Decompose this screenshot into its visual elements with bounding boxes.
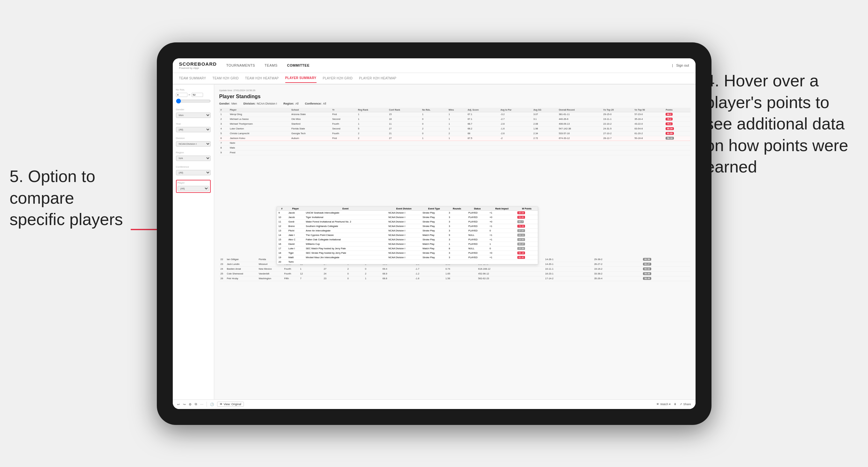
- year-select[interactable]: (All): [176, 127, 211, 132]
- tooltip-th-type: Event Type: [421, 207, 447, 211]
- th-player: Player: [228, 108, 290, 112]
- no-rds-min-input[interactable]: [176, 93, 187, 97]
- sign-out-button[interactable]: Sign out: [676, 63, 689, 67]
- more-icon[interactable]: ⋯: [200, 403, 204, 406]
- tooltip-points[interactable]: 56.18: [517, 251, 525, 254]
- points-badge[interactable]: 60.89: [665, 132, 674, 135]
- tooltip-row: 13 Pitchl Amer An Intercollegiate NCAA D…: [277, 228, 538, 233]
- redo-icon[interactable]: ↪: [183, 403, 186, 406]
- th-avg-sg: Avg SG: [532, 108, 558, 112]
- tooltip-points[interactable]: 30.47: [517, 243, 525, 245]
- gender-select[interactable]: Men: [176, 113, 211, 118]
- points-badge[interactable]: 60.27: [643, 263, 651, 266]
- points-badge[interactable]: 60.02: [643, 268, 651, 270]
- tablet-screen: SCOREBOARD Powered by clippi TOURNAMENTS…: [173, 58, 695, 409]
- sub-nav-team-h2h-grid[interactable]: TEAM H2H GRID: [213, 74, 239, 83]
- tooltip-points[interactable]: 53.60: [517, 216, 525, 219]
- gender-label: Gender: [176, 108, 211, 111]
- nav-committee[interactable]: COMMITTEE: [287, 62, 310, 68]
- tooltip-points[interactable]: 35.64: [517, 211, 525, 214]
- watch-icon: 👁: [656, 403, 659, 406]
- tooltip-row: 16 David Williams Cup NCAA Division I Ma…: [277, 242, 538, 246]
- filter-row: Gender: Men Division: NCAA Division I Re…: [219, 102, 690, 105]
- share-label: Share: [683, 403, 691, 406]
- undo-icon[interactable]: ↩: [177, 403, 180, 406]
- table-header-row: # Player School Yr Reg Rank Conf Rank No…: [219, 108, 690, 112]
- logo-text: SCOREBOARD: [179, 61, 217, 67]
- sub-nav-team-summary[interactable]: TEAM SUMMARY: [179, 74, 206, 83]
- sub-nav-player-h2h-grid[interactable]: PLAYER H2H GRID: [323, 74, 353, 83]
- view-original-button[interactable]: 👁 View: Original: [217, 402, 244, 407]
- th-points: Points: [664, 108, 690, 112]
- download-button[interactable]: ⬇: [674, 403, 676, 406]
- nav-right: | Sign out: [672, 63, 689, 67]
- th-vs25: Vs Top 25: [602, 108, 633, 112]
- tooltip-row: 20 Torhi: [277, 259, 538, 264]
- tooltip-row: 11 Gordi Wake Forest Invitational at Pin…: [277, 219, 538, 224]
- points-badge[interactable]: 58.18: [665, 137, 674, 139]
- tooltip-row: 18 Tiger SEC Stroke Play hosted by Jerry…: [277, 251, 538, 255]
- download-icon: ⬇: [674, 403, 676, 406]
- sub-nav-player-h2h-heatmap[interactable]: PLAYER H2H HEATMAP: [359, 74, 396, 83]
- points-badge[interactable]: 60.58: [643, 258, 651, 261]
- tooltip-th-points: W Points: [516, 207, 537, 211]
- sidebar-gender: Gender Men: [176, 108, 211, 118]
- table-row: 4 Luke Clanton Florida State Second 5 27…: [219, 126, 690, 131]
- tooltip-th-rank-impact: Rank Impact: [488, 207, 516, 211]
- region-select[interactable]: N/A: [176, 156, 211, 161]
- standings-table: # Player School Yr Reg Rank Conf Rank No…: [219, 108, 690, 155]
- watch-chevron: ▾: [669, 403, 671, 406]
- points-badge[interactable]: 68.2: [665, 113, 673, 116]
- points-badge[interactable]: 76.2: [665, 118, 673, 121]
- points-badge[interactable]: 68.34: [665, 127, 674, 130]
- nav-tournaments[interactable]: TOURNAMENTS: [226, 62, 255, 68]
- tooltip-row: 19 Mattl Mirobel Maui Jim Intercollegiat…: [277, 255, 538, 259]
- sidebar-conference: Conference (All): [176, 165, 211, 175]
- tooltip-points[interactable]: 24.11: [517, 234, 525, 237]
- points-badge[interactable]: 59.95: [643, 272, 651, 275]
- tooltip-points[interactable]: 25.98: [517, 247, 525, 250]
- tooltip-header-row: # Player Event Event Division Event Type…: [277, 207, 538, 211]
- tooltip-points[interactable]: 37.97: [517, 229, 525, 232]
- tooltip-points[interactable]: 66.40: [517, 256, 525, 259]
- player-select[interactable]: (All): [178, 186, 209, 191]
- year-label: Year: [176, 122, 211, 125]
- th-school: School: [290, 108, 331, 112]
- table-container: # Player School Yr Reg Rank Conf Rank No…: [219, 108, 690, 155]
- tooltip-table: # Player Event Event Division Event Type…: [277, 207, 538, 264]
- sub-nav-player-summary[interactable]: PLAYER SUMMARY: [285, 74, 316, 83]
- sidebar: No Rds. – Gender Men: [173, 85, 214, 399]
- copy-icon[interactable]: ⧉: [195, 402, 197, 406]
- table-row: 7 Nishi: [219, 141, 690, 145]
- filter-division: Division: NCAA Division I: [244, 102, 277, 105]
- table-row: 26 Petr Hruby Washington Fifth 7 23 0 1 …: [219, 276, 690, 281]
- points-badge[interactable]: 70.1: [665, 122, 673, 125]
- toolbar-right: 👁 Watch ▾ ⬇ ↗ Share: [656, 403, 691, 406]
- share-button[interactable]: ↗ Share: [680, 403, 691, 406]
- tooltip-row: 10 Jacob Tiger Invitational NCAA Divisio…: [277, 215, 538, 219]
- settings-icon[interactable]: ⚙: [189, 403, 192, 406]
- tooltip-points[interactable]: 40.7: [517, 220, 524, 223]
- sidebar-region: Region N/A: [176, 151, 211, 161]
- tooltip-points[interactable]: 16.50: [517, 238, 525, 241]
- table-row: 25 Cole Sherwood Vanderbilt Fourth 12 24…: [219, 271, 690, 276]
- clock-icon[interactable]: 🕐: [210, 403, 214, 406]
- th-num: #: [219, 108, 228, 112]
- watch-button[interactable]: 👁 Watch ▾: [656, 403, 671, 406]
- points-badge[interactable]: 58.49: [643, 277, 651, 280]
- no-rds-row: –: [176, 93, 211, 97]
- tooltip-points[interactable]: 73.33: [517, 225, 525, 227]
- bottom-toolbar: ↩ ↪ ⚙ ⧉ ⋯ 🕐 👁 View: Original 👁 Watch ▾: [173, 399, 695, 409]
- division-select[interactable]: NCAA Division I: [176, 141, 211, 147]
- no-rds-slider[interactable]: [176, 98, 211, 103]
- th-no-rds: No Rds.: [421, 108, 447, 112]
- sub-nav-team-h2h-heatmap[interactable]: TEAM H2H HEATMAP: [245, 74, 279, 83]
- th-wins: Wins: [447, 108, 466, 112]
- conference-select[interactable]: (All): [176, 170, 211, 175]
- nav-teams[interactable]: TEAMS: [265, 62, 277, 68]
- pipe-separator: |: [672, 63, 673, 67]
- logo-sub: Powered by clippi: [179, 67, 217, 69]
- annotation-left: 5. Option to compare specific players: [9, 166, 131, 230]
- no-rds-max-input[interactable]: [192, 93, 203, 97]
- th-overall-record: Overall Record: [558, 108, 602, 112]
